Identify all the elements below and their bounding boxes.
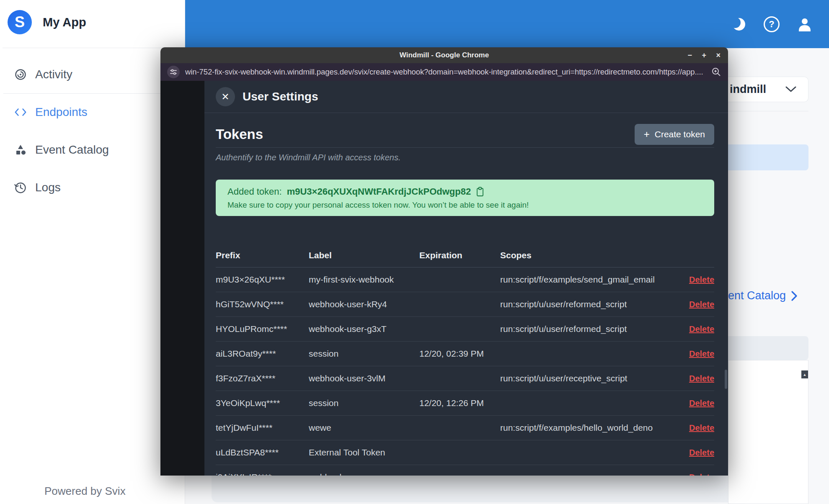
- token-label: webhook-user-kRy4: [309, 292, 419, 317]
- token-expiration: 12/20, 02:39 PM: [419, 342, 500, 366]
- token-delete-link[interactable]: Delete: [689, 324, 714, 334]
- token-prefix: hGiT52wVNQ****: [216, 292, 309, 317]
- minimize-button[interactable]: −: [687, 47, 692, 63]
- tokens-section-header: Tokens + Create token: [216, 113, 714, 148]
- history-clock-icon: [14, 181, 27, 194]
- token-expiration: [419, 416, 500, 440]
- token-expiration: [419, 317, 500, 342]
- header-expiration: Expiration: [419, 239, 500, 267]
- token-delete-link[interactable]: Delete: [689, 423, 714, 432]
- token-scopes: run:script/u/user/receptive_script: [500, 366, 674, 391]
- user-account-icon[interactable]: [797, 17, 812, 31]
- copy-clipboard-icon[interactable]: [476, 187, 484, 197]
- token-label: session: [309, 391, 419, 416]
- token-label: webhook-user: [309, 465, 419, 476]
- header-label: Label: [309, 239, 419, 267]
- token-expiration: 12/20, 12:26 PM: [419, 391, 500, 416]
- token-prefix: f3FzoZ7raX****: [216, 366, 309, 391]
- token-expiration: [419, 366, 500, 391]
- workspace-name-fragment: indmill: [730, 83, 766, 96]
- token-scopes: run:script/f/examples/hello_world_deno: [500, 416, 674, 440]
- sidebar-item-event-catalog[interactable]: Event Catalog: [0, 131, 185, 169]
- help-icon[interactable]: ?: [764, 16, 780, 32]
- table-row: m9U3×26qXU**** my-first-svix-webhook run…: [216, 267, 714, 292]
- tokens-subtitle: Authentify to the Windmill API with acce…: [216, 153, 714, 162]
- close-window-button[interactable]: ×: [716, 47, 721, 63]
- brand: S My App: [8, 10, 86, 34]
- token-delete-link[interactable]: Delete: [689, 399, 714, 408]
- table-row: HYOLuPRomc**** webhook-user-g3xT run:scr…: [216, 317, 714, 342]
- dark-mode-moon-icon[interactable]: [731, 17, 746, 32]
- code-brackets-icon: [14, 107, 27, 118]
- zoom-in-icon[interactable]: [711, 67, 721, 77]
- info-banner-fragment: [728, 144, 808, 170]
- token-scopes: [500, 465, 674, 476]
- window-title: Windmill - Google Chrome: [160, 47, 728, 63]
- chevron-right-icon: [791, 291, 798, 301]
- header-scopes: Scopes: [500, 239, 674, 267]
- token-delete-link[interactable]: Delete: [689, 349, 714, 358]
- token-expiration: [419, 292, 500, 317]
- token-prefix: i9AjXYIyIR****: [216, 465, 309, 476]
- token-prefix: 3YeOiKpLwq****: [216, 391, 309, 416]
- sidebar-item-label: Event Catalog: [35, 143, 109, 157]
- token-expiration: [419, 267, 500, 292]
- token-label: wewe: [309, 416, 419, 440]
- token-delete-link[interactable]: Delete: [689, 275, 714, 284]
- activity-icon: [14, 68, 27, 81]
- token-scopes: run:script/f/examples/send_gmail_email: [500, 267, 674, 292]
- scrollbar-up-arrow[interactable]: ▲: [801, 370, 808, 378]
- divider: [728, 111, 808, 111]
- sidebar-item-activity[interactable]: Activity: [0, 56, 185, 93]
- token-scopes: [500, 440, 674, 465]
- table-row: i9AjXYIyIR**** webhook-user Delete: [216, 465, 714, 476]
- event-catalog-link-fragment[interactable]: ent Catalog: [728, 289, 798, 302]
- drawer-header: ✕ User Settings: [204, 81, 728, 113]
- token-prefix: tetYjDwFuI****: [216, 416, 309, 440]
- portal-sidebar: S My App Activity Endpoints Event Catalo…: [0, 0, 185, 504]
- table-row: aiL3ROat9y**** session 12/20, 02:39 PM D…: [216, 342, 714, 366]
- header-actions: [674, 239, 714, 267]
- workspace-selector-fragment[interactable]: indmill: [728, 77, 808, 102]
- table-header-row: Prefix Label Expiration Scopes: [216, 239, 714, 267]
- token-delete-link[interactable]: Delete: [689, 300, 714, 309]
- url-text[interactable]: win-752-fix-svix-webhook-win.windmill.pa…: [185, 67, 706, 77]
- create-token-button[interactable]: + Create token: [635, 124, 714, 145]
- drawer-scrollbar-thumb[interactable]: [725, 370, 727, 389]
- sidebar-item-label: Logs: [35, 181, 61, 194]
- token-expiration: [419, 465, 500, 476]
- token-label: my-first-svix-webhook: [309, 267, 419, 292]
- table-row: f3FzoZ7raX**** webhook-user-3vlM run:scr…: [216, 366, 714, 391]
- window-titlebar[interactable]: Windmill - Google Chrome − + ×: [160, 47, 728, 63]
- token-label: webhook-user-3vlM: [309, 366, 419, 391]
- sidebar-item-logs[interactable]: Logs: [0, 169, 185, 206]
- maximize-button[interactable]: +: [702, 47, 706, 63]
- token-label: webhook-user-g3xT: [309, 317, 419, 342]
- token-delete-link[interactable]: Delete: [689, 374, 714, 383]
- create-token-label: Create token: [655, 129, 705, 139]
- list-row-fragment: [728, 336, 808, 360]
- chrome-window: Windmill - Google Chrome − + × win-752-f…: [160, 47, 728, 476]
- site-settings-icon[interactable]: [167, 66, 180, 78]
- plus-icon: +: [644, 129, 650, 139]
- shapes-icon: [14, 144, 27, 156]
- browser-url-bar[interactable]: win-752-fix-svix-webhook-win.windmill.pa…: [160, 63, 728, 81]
- tokens-heading: Tokens: [216, 126, 263, 142]
- app-name: My App: [43, 15, 86, 29]
- token-table-body: m9U3×26qXU**** my-first-svix-webhook run…: [216, 267, 714, 476]
- svix-logo-icon: S: [8, 10, 32, 34]
- token-prefix: uLdBztSPA8****: [216, 440, 309, 465]
- added-token-value: m9U3×26qXUXqNWtFAKrdjJCkPOdwgp82: [287, 185, 471, 198]
- event-catalog-link-text: ent Catalog: [728, 289, 786, 302]
- powered-by-svix: Powered by Svix: [44, 485, 126, 498]
- text-panel-fragment: ▲: [728, 360, 808, 504]
- token-added-banner: Added token: m9U3×26qXUXqNWtFAKrdjJCkPOd…: [216, 180, 714, 216]
- token-delete-link[interactable]: Delete: [689, 473, 714, 476]
- table-row: uLdBztSPA8**** External Tool Token Delet…: [216, 440, 714, 465]
- token-delete-link[interactable]: Delete: [689, 448, 714, 457]
- header-prefix: Prefix: [216, 239, 309, 267]
- sidebar-item-endpoints[interactable]: Endpoints: [0, 93, 185, 131]
- close-drawer-button[interactable]: ✕: [216, 87, 235, 106]
- sidebar-divider: [3, 48, 185, 48]
- drawer-title: User Settings: [243, 90, 318, 103]
